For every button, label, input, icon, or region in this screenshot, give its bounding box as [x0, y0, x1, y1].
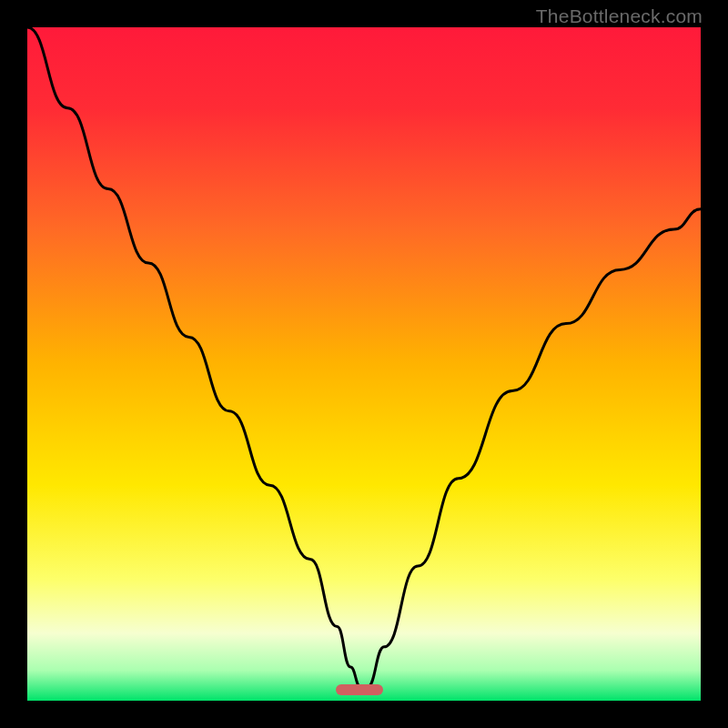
plot-area — [27, 27, 701, 701]
curve-right — [368, 209, 701, 687]
curve-left — [27, 27, 360, 687]
bottleneck-curves — [27, 27, 701, 701]
watermark-text: TheBottleneck.com — [536, 5, 703, 27]
optimal-range-marker — [336, 684, 383, 695]
frame: TheBottleneck.com — [0, 0, 728, 728]
